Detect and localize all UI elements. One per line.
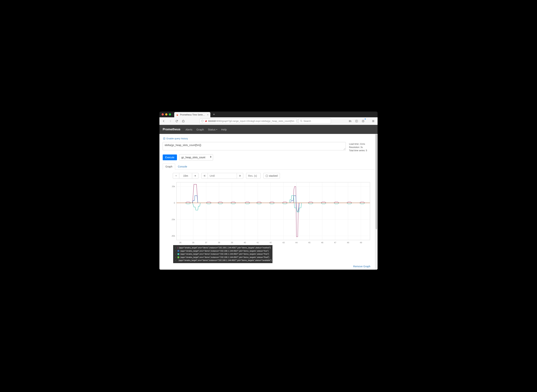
svg-text:36: 36 (192, 242, 194, 244)
tab-console[interactable]: Console (175, 163, 190, 170)
stat-load-time: Load time: 21ms (349, 142, 374, 146)
remove-graph-link[interactable]: Remove Graph (353, 265, 370, 268)
color-swatch (178, 250, 179, 252)
scrollbar-thumb[interactable] (376, 134, 377, 229)
svg-text:39: 39 (231, 242, 233, 244)
url-bar[interactable]: 0.0.0.0:9090/graph?g0.range_input=15m&g0… (199, 119, 297, 124)
browser-window: Prometheus Time Series Collec × + 0.0.0.… (160, 112, 377, 270)
close-window-button[interactable] (162, 113, 164, 116)
svg-point-4 (301, 120, 302, 122)
library-icon[interactable] (348, 119, 353, 124)
check-icon: ✓ (175, 259, 176, 262)
nav-help[interactable]: Help (221, 128, 227, 131)
expression-input[interactable]: idelta(gc_heap_slots_count[5m]) (163, 142, 346, 150)
svg-point-9 (363, 120, 363, 121)
chart: 353637383940414243444546474849-40k-20k02… (166, 181, 371, 244)
stacked-toggle[interactable]: stacked (264, 173, 280, 179)
scrollbar[interactable] (375, 134, 377, 270)
svg-text:38: 38 (218, 242, 220, 244)
remove-graph-row: Remove Graph (163, 263, 374, 268)
search-placeholder: Search (304, 120, 311, 122)
svg-text:-40k: -40k (171, 235, 175, 237)
maximize-window-button[interactable] (169, 113, 171, 116)
browser-tab[interactable]: Prometheus Time Series Collec × (174, 112, 210, 117)
legend-item[interactable]: ✓ {app="sinatra_target",env="demo",insta… (175, 252, 271, 256)
check-icon: ✓ (175, 256, 176, 259)
svg-text:43: 43 (283, 242, 285, 244)
nav-alerts[interactable]: Alerts (185, 128, 192, 131)
close-tab-icon[interactable]: × (207, 113, 208, 116)
graph-controls: − + stacked (173, 173, 374, 179)
back-button[interactable] (161, 119, 166, 124)
check-icon: ✓ (175, 253, 176, 256)
page-content: Enable query history idelta(gc_heap_slot… (160, 134, 377, 270)
color-swatch (178, 257, 179, 258)
color-swatch (178, 247, 178, 249)
forward-button[interactable] (168, 119, 173, 124)
query-stats: Load time: 21ms Resolution: 3s Total tim… (349, 142, 374, 152)
menu-icon[interactable] (371, 119, 376, 124)
legend-label: {app="sinatra_target",env="demo",instanc… (179, 259, 272, 262)
site-identity-icon (205, 120, 207, 122)
until-input[interactable] (208, 173, 237, 179)
tab-graph[interactable]: Graph (163, 163, 175, 170)
svg-text:0: 0 (174, 202, 175, 204)
legend-label: {app="sinatra_target",env="demo",instanc… (180, 249, 268, 253)
color-swatch (178, 253, 179, 255)
stat-series: Total time series: 5 (349, 149, 374, 152)
svg-text:-20k: -20k (171, 218, 175, 220)
sidebar-icon[interactable] (354, 119, 359, 124)
svg-text:35: 35 (179, 242, 181, 244)
metric-select[interactable]: gc_heap_slots_count (179, 154, 213, 160)
legend-label: {app="sinatra_target",env="demo",instanc… (180, 252, 269, 256)
legend-label: {app="sinatra_target",env="demo",instanc… (179, 246, 271, 249)
reload-button[interactable] (174, 119, 179, 124)
checkbox-icon (266, 175, 268, 177)
tab-title: Prometheus Time Series Collec (180, 113, 206, 116)
check-icon: ✓ (175, 246, 176, 249)
resolution-input[interactable] (246, 173, 261, 179)
svg-text:46: 46 (321, 242, 323, 244)
search-box[interactable]: Search (298, 119, 331, 124)
brand[interactable]: Prometheus (163, 128, 180, 131)
browser-toolbar: 0.0.0.0:9090/graph?g0.range_input=15m&g0… (160, 117, 377, 125)
app-navbar: Prometheus Alerts Graph Status ▾ Help (160, 125, 377, 134)
new-tab-button[interactable]: + (212, 112, 217, 117)
url-text: 0.0.0.0:9090/graph?g0.range_input=15m&g0… (208, 120, 294, 122)
svg-line-5 (301, 121, 302, 122)
check-icon: ✓ (175, 249, 176, 252)
svg-text:41: 41 (257, 242, 259, 244)
home-button[interactable] (181, 119, 186, 124)
enable-history-toggle[interactable]: Enable query history (163, 137, 374, 140)
nav-graph[interactable]: Graph (197, 128, 204, 131)
search-icon (300, 120, 302, 122)
legend: ✓ {app="sinatra_target",env="demo",insta… (173, 245, 273, 263)
legend-item[interactable]: ✓ {app="sinatra_target",env="demo",insta… (175, 256, 271, 259)
result-tabs: Graph Console (163, 163, 374, 170)
legend-item[interactable]: ✓ {app="sinatra_target",env="demo",insta… (175, 246, 271, 249)
svg-text:48: 48 (347, 242, 349, 244)
svg-text:49: 49 (360, 242, 362, 244)
time-back-button[interactable] (201, 173, 208, 179)
svg-text:42: 42 (270, 242, 272, 244)
time-forward-button[interactable] (237, 173, 243, 179)
page-actions-icon[interactable]: ••• (297, 120, 297, 122)
legend-item[interactable]: ✓ {app="sinatra_target",env="demo",insta… (175, 249, 271, 253)
stat-resolution: Resolution: 3s (349, 146, 374, 149)
profile-icon[interactable] (361, 119, 366, 124)
minimize-window-button[interactable] (165, 113, 167, 116)
execute-button[interactable]: Execute (163, 154, 177, 160)
legend-label: {app="sinatra_target",env="demo",instanc… (180, 256, 269, 259)
svg-text:37: 37 (205, 242, 207, 244)
legend-item[interactable]: ✓ {app="sinatra_target",env="demo",insta… (175, 259, 271, 262)
range-decrease-button[interactable]: − (173, 173, 179, 179)
svg-rect-6 (356, 120, 358, 122)
svg-rect-52 (176, 182, 370, 240)
chevron-down-icon: ▾ (216, 129, 217, 131)
expression-text: idelta(gc_heap_slots_count[5m]) (165, 144, 201, 147)
range-input[interactable] (179, 173, 192, 179)
nav-status[interactable]: Status ▾ (208, 128, 217, 131)
range-increase-button[interactable]: + (192, 173, 198, 179)
svg-text:45: 45 (308, 242, 310, 244)
checkbox-icon (163, 137, 165, 140)
